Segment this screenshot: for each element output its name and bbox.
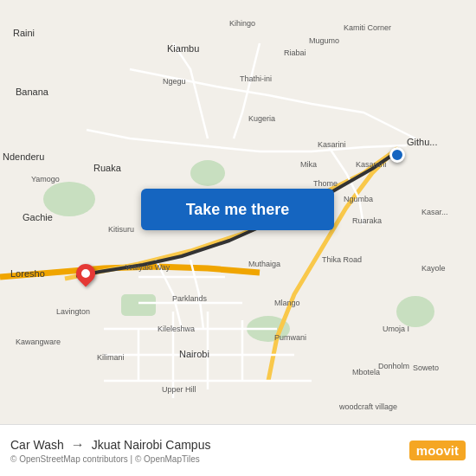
svg-text:Ruaka: Ruaka	[93, 163, 122, 173]
svg-rect-5	[121, 294, 156, 316]
svg-text:Pumwani: Pumwani	[274, 333, 306, 342]
map-attribution: © OpenStreetMap contributors | © OpenMap…	[10, 454, 409, 464]
svg-text:woodcraft village: woodcraft village	[338, 402, 397, 411]
svg-text:Kiambu: Kiambu	[167, 43, 199, 54]
svg-text:Gachie: Gachie	[23, 212, 53, 222]
svg-point-1	[43, 182, 95, 216]
svg-text:Githu...: Githu...	[407, 137, 437, 147]
svg-text:Soweto: Soweto	[413, 363, 439, 372]
svg-text:Kamiti Corner: Kamiti Corner	[344, 23, 391, 32]
svg-text:Ngumba: Ngumba	[344, 195, 373, 203]
svg-text:Donholm: Donholm	[378, 362, 409, 370]
svg-text:Muthaiga: Muthaiga	[248, 260, 280, 268]
svg-text:Mugumo: Mugumo	[309, 36, 339, 45]
map-container: Raini Banana Ndenderu Yamogo Gachie Ruak…	[0, 0, 476, 424]
svg-text:Kilimani: Kilimani	[97, 353, 125, 362]
svg-text:Thathi-ini: Thathi-ini	[240, 74, 272, 83]
svg-text:Ruaraka: Ruaraka	[352, 216, 382, 225]
arrow-icon: →	[71, 437, 85, 453]
svg-text:Loresho: Loresho	[10, 268, 45, 279]
moovit-logo-text: moovit	[409, 441, 466, 460]
svg-text:Ndenderu: Ndenderu	[3, 151, 44, 162]
svg-text:Kasarini: Kasarini	[318, 140, 346, 149]
svg-text:Kayole: Kayole	[421, 264, 446, 273]
svg-text:Thome: Thome	[313, 179, 338, 188]
origin-label: Car Wash	[10, 438, 64, 452]
svg-text:Banana: Banana	[16, 87, 49, 97]
svg-text:Kihingo: Kihingo	[229, 19, 255, 28]
svg-text:Kawangware: Kawangware	[16, 338, 61, 346]
svg-text:Nairobi: Nairobi	[179, 349, 209, 359]
svg-text:Upper Hill: Upper Hill	[162, 385, 196, 394]
svg-text:Parklands: Parklands	[172, 294, 208, 303]
svg-text:Mika: Mika	[300, 160, 317, 169]
take-me-there-button[interactable]: Take me there	[141, 189, 334, 230]
svg-point-2	[190, 160, 225, 186]
svg-text:Kugeria: Kugeria	[248, 114, 275, 123]
svg-text:Raini: Raini	[13, 28, 35, 38]
svg-text:Lavington: Lavington	[56, 307, 90, 316]
moovit-logo: moovit	[409, 441, 466, 460]
svg-text:Riabai: Riabai	[284, 48, 306, 57]
svg-text:Kasar...: Kasar...	[421, 208, 448, 216]
svg-text:Ngegu: Ngegu	[163, 77, 186, 86]
svg-text:Kitisuru: Kitisuru	[108, 225, 134, 234]
svg-text:Kasarani: Kasarani	[356, 160, 387, 169]
destination-label: Jkuat Nairobi Campus	[92, 438, 211, 452]
svg-text:Waiyaki Way: Waiyaki Way	[125, 263, 170, 272]
svg-text:Thika Road: Thika Road	[322, 255, 362, 264]
svg-text:Umoja I: Umoja I	[383, 325, 409, 333]
svg-text:Mbotela: Mbotela	[352, 368, 380, 376]
svg-text:Mlango: Mlango	[274, 299, 300, 307]
route-info: Car Wash → Jkuat Nairobi Campus	[10, 437, 409, 453]
svg-point-4	[396, 296, 434, 327]
svg-text:Yamogo: Yamogo	[31, 175, 60, 183]
origin-marker	[389, 147, 405, 163]
route-summary: Car Wash → Jkuat Nairobi Campus © OpenSt…	[10, 437, 409, 464]
bottom-bar: Car Wash → Jkuat Nairobi Campus © OpenSt…	[0, 424, 476, 476]
svg-text:Kileleshwa: Kileleshwa	[158, 325, 195, 333]
